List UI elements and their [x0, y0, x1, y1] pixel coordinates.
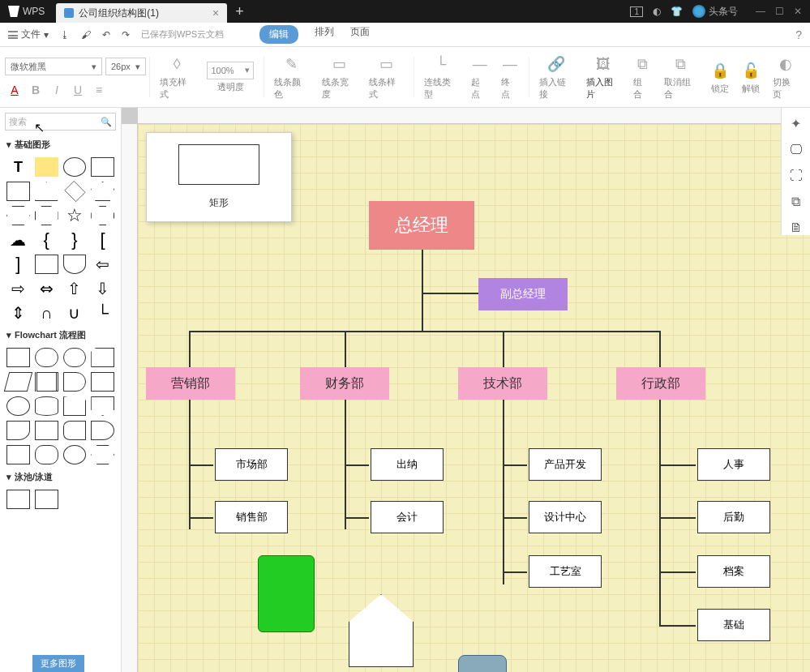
hexagon-shape[interactable] [6, 206, 30, 225]
fc-display[interactable] [63, 372, 87, 392]
node-vice[interactable]: 副总经理 [478, 278, 568, 310]
uturn-shape[interactable]: ∩ [35, 303, 58, 323]
node-child-2-2[interactable]: 工艺室 [529, 555, 602, 588]
fc-or[interactable] [91, 445, 114, 464]
screen-icon[interactable]: 🖵 [790, 143, 803, 157]
align-button[interactable]: ≡ [92, 83, 105, 96]
blue-shape[interactable] [458, 655, 507, 672]
fc-sum[interactable] [63, 445, 87, 464]
mode-page[interactable]: 页面 [350, 25, 370, 44]
corner-shape[interactable]: └ [91, 303, 114, 323]
pentagon-shape[interactable] [91, 182, 114, 201]
node-dept-0[interactable]: 营销部 [146, 367, 235, 400]
node-child-1-0[interactable]: 出纳 [371, 448, 444, 481]
group-tool[interactable]: ⧉组合 [627, 54, 657, 101]
node-child-1-1[interactable]: 会计 [371, 501, 444, 533]
lane-h[interactable] [6, 490, 30, 509]
node-child-0-0[interactable]: 市场部 [215, 448, 288, 481]
underline-button[interactable]: U [71, 83, 84, 96]
close-button[interactable]: ✕ [794, 6, 802, 17]
opacity-tool[interactable]: 100%▾ 透明度 [200, 62, 260, 93]
copy-icon[interactable]: ⧉ [791, 195, 800, 209]
section-basic[interactable]: ▾ 基础图形 [0, 135, 121, 154]
bracket-r-shape[interactable]: ] [6, 255, 30, 274]
mode-edit[interactable]: 编辑 [259, 25, 298, 44]
compass-icon[interactable]: ✦ [791, 116, 801, 131]
format-painter-icon[interactable]: 🖌 [81, 29, 91, 41]
fc-process[interactable] [6, 348, 30, 367]
node-child-2-1[interactable]: 设计中心 [529, 501, 602, 533]
font-color-button[interactable]: A [8, 83, 21, 96]
line-width-tool[interactable]: ▭线条宽度 [315, 54, 362, 101]
undo-icon[interactable]: ↶ [102, 29, 110, 41]
size-select[interactable]: 26px▾ [105, 58, 146, 75]
uturn2-shape[interactable]: ∪ [63, 303, 87, 323]
octagon-shape[interactable] [35, 206, 58, 225]
line-style-tool[interactable]: ▭线条样式 [362, 54, 409, 101]
lane-v[interactable] [35, 490, 58, 509]
lock-tool[interactable]: 🔒锁定 [705, 60, 735, 95]
italic-button[interactable]: I [50, 83, 63, 96]
node-child-2-0[interactable]: 产品开发 [529, 448, 602, 481]
section-lane[interactable]: ▾ 泳池/泳道 [0, 468, 121, 486]
end-tool[interactable]: —终点 [495, 54, 525, 101]
diamond-shape[interactable] [64, 181, 85, 202]
fc-doc[interactable] [6, 421, 30, 440]
cross-shape[interactable] [91, 206, 114, 225]
document-tab[interactable]: 公司组织结构图(1) × [56, 3, 227, 23]
triangle-shape[interactable] [35, 182, 58, 201]
rect2-shape[interactable] [6, 182, 30, 201]
arrow-right-shape[interactable]: ⇨ [6, 279, 30, 298]
fc-merge[interactable] [35, 445, 58, 464]
shirt-icon[interactable]: 👕 [671, 6, 683, 17]
notif-badge[interactable]: 1 [630, 6, 643, 17]
fc-offpage[interactable] [91, 396, 114, 416]
node-child-0-1[interactable]: 销售部 [215, 501, 288, 533]
download-icon[interactable]: ⭳ [60, 29, 70, 41]
more-shapes-button[interactable]: 更多图形 [32, 655, 84, 672]
page-icon[interactable]: 🗎 [790, 220, 803, 235]
unlock-tool[interactable]: 🔓解锁 [735, 60, 766, 95]
ungroup-tool[interactable]: ⧉取消组合 [658, 54, 705, 101]
fc-tape[interactable] [35, 421, 58, 440]
text-shape[interactable]: T [6, 157, 30, 177]
green-shape[interactable] [258, 555, 315, 632]
node-child-3-0[interactable]: 人事 [697, 448, 770, 481]
rect-shape[interactable] [91, 157, 114, 177]
fc-delay[interactable] [91, 421, 114, 440]
section-flowchart[interactable]: ▾ Flowchart 流程图 [0, 326, 121, 345]
app-logo[interactable]: WPS [0, 6, 53, 17]
fc-direct[interactable] [6, 445, 30, 464]
node-child-3-1[interactable]: 后勤 [697, 501, 770, 533]
brace-l-shape[interactable]: { [35, 230, 58, 250]
help-icon[interactable]: ? [795, 28, 802, 41]
minimize-button[interactable]: — [756, 6, 765, 17]
start-tool[interactable]: —起点 [465, 54, 495, 101]
arrow-up-shape[interactable]: ⇧ [63, 279, 87, 298]
fill-tool[interactable]: ◊填充样式 [153, 54, 200, 101]
fc-terminator[interactable] [35, 348, 58, 367]
fc-internal[interactable] [91, 372, 114, 392]
arrow-down-shape[interactable]: ⇩ [91, 279, 114, 298]
font-select[interactable]: 微软雅黑▾ [5, 58, 102, 75]
fc-data[interactable] [4, 372, 32, 392]
redo-icon[interactable]: ↷ [122, 29, 130, 41]
file-menu[interactable]: 文件 ▾ [8, 28, 49, 41]
node-dept-1[interactable]: 财务部 [300, 367, 389, 400]
ellipse-shape[interactable] [63, 157, 87, 177]
bracket-l-shape[interactable]: [ [91, 230, 114, 250]
fc-subroutine[interactable] [35, 372, 58, 392]
pentagon-drag[interactable] [349, 594, 414, 667]
shield-shape[interactable] [63, 255, 87, 274]
maximize-button[interactable]: ☐ [775, 6, 784, 17]
fc-cylinder[interactable] [35, 396, 58, 416]
fc-manual[interactable] [63, 396, 87, 416]
switch-tool[interactable]: ◐切换页 [766, 54, 805, 101]
fc-stored[interactable] [63, 421, 87, 440]
folder-shape[interactable] [35, 255, 58, 274]
mode-arrange[interactable]: 排列 [315, 25, 334, 44]
node-root[interactable]: 总经理 [369, 201, 474, 250]
fc-connector[interactable] [6, 396, 30, 416]
node-child-3-2[interactable]: 档案 [697, 555, 770, 588]
link-tool[interactable]: 🔗插入链接 [533, 54, 580, 101]
